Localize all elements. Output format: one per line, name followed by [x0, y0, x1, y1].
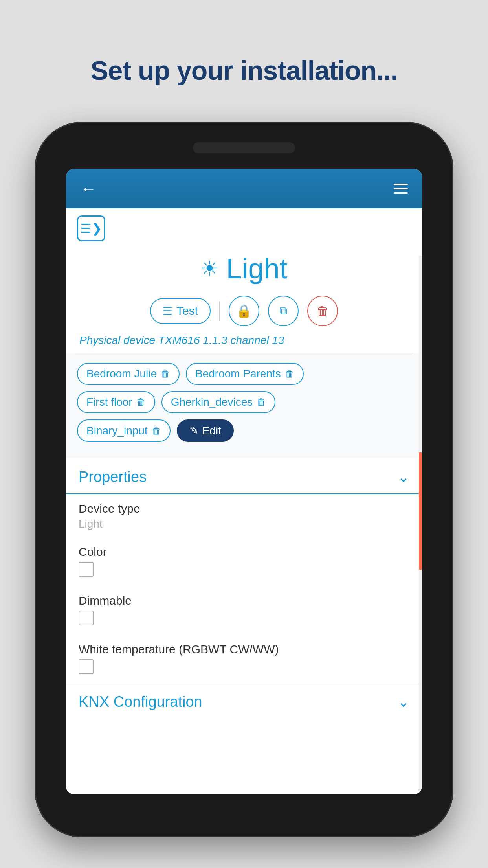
edit-button[interactable]: ✎ Edit [177, 419, 234, 442]
tag-delete-icon[interactable]: 🗑 [285, 368, 294, 379]
device-title-row: ☀ Light [66, 241, 422, 292]
knx-section-header[interactable]: KNX Configuration ⌄ [66, 684, 422, 718]
color-label: Color [79, 545, 409, 559]
tag-delete-icon[interactable]: 🗑 [152, 425, 161, 436]
device-type-label: Device type [79, 502, 409, 515]
tag-label: Binary_input [86, 425, 148, 437]
physical-device-text: Physical device TXM616 1.1.3 channel 13 [66, 334, 422, 353]
action-buttons-row: ☰ Test 🔒 ⧉ 🗑 [66, 292, 422, 334]
color-row: Color [66, 537, 422, 586]
screen-content: ☰❯ ☀ Light ☰ Test 🔒 [66, 208, 422, 794]
color-checkbox[interactable] [79, 562, 94, 577]
light-sun-icon: ☀ [200, 257, 219, 280]
menu-button[interactable] [394, 184, 408, 194]
white-temp-label: White temperature (RGBWT CW/WW) [79, 643, 409, 656]
button-separator [219, 301, 220, 321]
white-temp-row: White temperature (RGBWT CW/WW) [66, 635, 422, 684]
app-header: ← [66, 169, 422, 208]
delete-button[interactable]: 🗑 [307, 296, 338, 326]
tag-delete-icon[interactable]: 🗑 [161, 368, 170, 379]
edit-icon: ✎ [189, 424, 198, 437]
page-title: Set up your installation... [0, 55, 488, 86]
knx-section: KNX Configuration ⌄ [66, 684, 422, 718]
tag-bedroom-parents[interactable]: Bedroom Parents 🗑 [186, 363, 304, 385]
copy-icon: ⧉ [279, 305, 287, 318]
tags-area: Bedroom Julie 🗑 Bedroom Parents 🗑 First … [66, 353, 422, 458]
trash-icon: 🗑 [316, 304, 329, 318]
knx-chevron-down-icon: ⌄ [398, 694, 409, 710]
tag-gherkin-devices[interactable]: Gherkin_devices 🗑 [161, 391, 276, 413]
tag-delete-icon[interactable]: 🗑 [257, 397, 266, 408]
tags-row-1: Bedroom Julie 🗑 Bedroom Parents 🗑 [77, 363, 411, 385]
dimmable-checkbox[interactable] [79, 611, 94, 625]
breadcrumb-icon-symbol: ☰❯ [80, 221, 102, 236]
device-type-row: Device type Light [66, 494, 422, 537]
scrollbar-thumb[interactable] [419, 452, 422, 570]
test-icon: ☰ [163, 305, 172, 318]
back-button[interactable]: ← [80, 179, 97, 198]
copy-button[interactable]: ⧉ [268, 296, 299, 326]
device-title: Light [226, 252, 287, 285]
phone-screen: ← ☰❯ ☀ Light [66, 169, 422, 794]
edit-label: Edit [202, 425, 221, 437]
device-type-value: Light [79, 518, 409, 530]
test-button[interactable]: ☰ Test [150, 298, 211, 324]
tag-first-floor[interactable]: First floor 🗑 [77, 391, 155, 413]
white-temp-checkbox[interactable] [79, 659, 94, 674]
scrollbar-track [419, 256, 422, 794]
properties-section-header[interactable]: Properties ⌄ [66, 458, 422, 494]
knx-title: KNX Configuration [79, 693, 202, 710]
speaker [193, 142, 295, 153]
tag-label: First floor [86, 396, 132, 408]
tags-row-2: First floor 🗑 Gherkin_devices 🗑 [77, 391, 411, 413]
tag-delete-icon[interactable]: 🗑 [136, 397, 146, 408]
lock-button[interactable]: 🔒 [229, 296, 259, 326]
test-label: Test [176, 304, 198, 318]
properties-title: Properties [79, 469, 147, 485]
chevron-down-icon: ⌄ [398, 469, 409, 485]
tag-label: Bedroom Julie [86, 368, 157, 380]
breadcrumb-row: ☰❯ [66, 208, 422, 241]
tags-row-3: Binary_input 🗑 ✎ Edit [77, 419, 411, 442]
lock-icon: 🔒 [236, 303, 252, 318]
phone-frame: ← ☰❯ ☀ Light [35, 122, 453, 837]
tag-label: Bedroom Parents [195, 368, 281, 380]
tag-label: Gherkin_devices [171, 396, 253, 408]
dimmable-label: Dimmable [79, 594, 409, 607]
tag-binary-input[interactable]: Binary_input 🗑 [77, 419, 171, 442]
tag-bedroom-julie[interactable]: Bedroom Julie 🗑 [77, 363, 180, 385]
breadcrumb-icon[interactable]: ☰❯ [77, 215, 105, 241]
properties-section: Properties ⌄ Device type Light Color [66, 458, 422, 684]
dimmable-row: Dimmable [66, 586, 422, 635]
